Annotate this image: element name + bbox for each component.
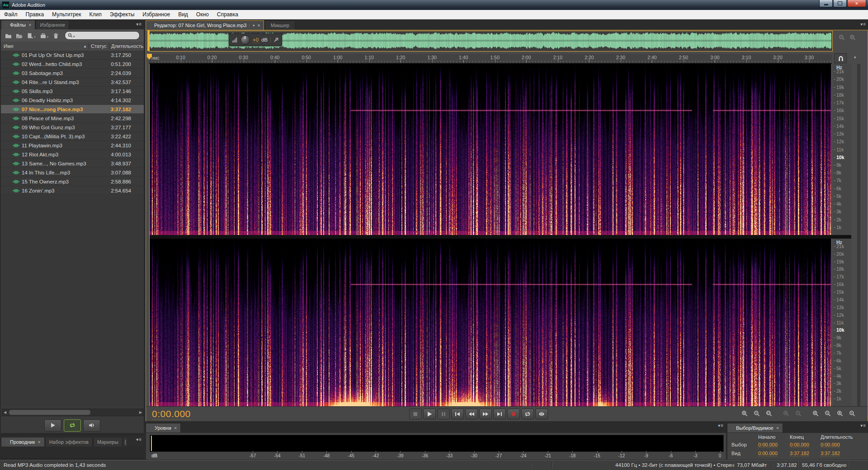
goto-start-button[interactable] — [451, 409, 464, 419]
panel-menu-icon[interactable]: ▾≡ — [860, 22, 866, 27]
panel-menu-icon[interactable]: ▾≡ — [860, 423, 866, 428]
tab-editor[interactable]: ⋮ Редактор: 07 Nice Girl, Wrong Place.mp… — [146, 20, 264, 30]
files-horizontal-scrollbar[interactable]: ◀ ▶ — [2, 409, 144, 416]
overview-zoom-out-icon[interactable] — [839, 34, 845, 41]
insert-multitrack-icon[interactable]: ▾ — [27, 32, 36, 39]
scale-options-icon[interactable]: ▾ — [854, 55, 856, 60]
file-row[interactable]: 04 Rite...re U Stand.mp33:42.537 — [1, 78, 144, 87]
file-row[interactable]: 05 Skills.mp33:17.146 — [1, 87, 144, 96]
timeline-ruler[interactable]: нмс 0:100:200:300:400:501:001:101:201:30… — [149, 54, 832, 64]
file-row[interactable]: 09 Who Got Gunz.mp33:27.177 — [1, 123, 144, 132]
file-row[interactable]: 10 Capt...(Militia Pt. 3).mp33:22.422 — [1, 132, 144, 141]
selection-end-value[interactable]: 0:00.000 — [790, 442, 809, 448]
tab-набор-эффектов[interactable]: Набор эффектов — [45, 437, 93, 446]
view-duration-value[interactable]: 3:37.182 — [821, 451, 840, 456]
open-folder-icon[interactable] — [16, 33, 23, 39]
spectrogram-right-channel[interactable] — [149, 239, 831, 406]
file-row[interactable]: 11 Playtawin.mp32:44.310 — [1, 141, 144, 150]
zoom-out-button[interactable] — [751, 409, 762, 418]
scrollbar-thumb[interactable] — [9, 410, 90, 415]
skip-selection-button[interactable] — [535, 409, 548, 419]
search-dropdown-icon[interactable]: ▾ — [73, 35, 75, 38]
overview-zoom-in-icon[interactable] — [849, 34, 856, 41]
restore-button[interactable] — [833, 0, 847, 7]
selection-duration-value[interactable]: 0:00.000 — [821, 442, 840, 448]
tab-маркеры[interactable]: Маркеры — [93, 437, 123, 446]
scroll-right-icon[interactable]: ▶ — [138, 410, 143, 414]
preview-autoplay-button[interactable] — [83, 419, 100, 432]
preview-play-button[interactable] — [44, 419, 61, 432]
record-button[interactable] — [507, 409, 520, 419]
spectrogram-left-channel[interactable] — [149, 64, 831, 235]
vertical-scrollbar[interactable] — [857, 64, 860, 406]
play-button[interactable] — [423, 409, 436, 419]
minimize-button[interactable] — [819, 0, 833, 7]
zoom-to-selection-button[interactable] — [764, 409, 774, 418]
close-icon[interactable]: × — [776, 425, 779, 431]
view-end-value[interactable]: 3:37.182 — [790, 451, 809, 456]
column-status[interactable]: Статус — [89, 43, 109, 49]
file-row[interactable]: 06 Deadly Habitz.mp34:14.302 — [1, 96, 144, 105]
view-start-value[interactable]: 0:00.000 — [758, 451, 778, 456]
tab-selection-view[interactable]: ⋮ Выбор/Видимое × — [727, 423, 783, 432]
file-row[interactable]: 16 Zonin'.mp32:54.654 — [1, 186, 144, 195]
tab-mixer[interactable]: Микшер — [265, 20, 295, 30]
close-icon[interactable]: × — [257, 23, 260, 28]
panel-menu-icon[interactable]: ▾≡ — [718, 423, 723, 428]
editor-dropdown-icon[interactable]: ▾ — [249, 24, 255, 28]
menu-5[interactable]: Избранное — [138, 10, 174, 19]
file-row[interactable]: 02 Werd...hetto Child.mp30:51.200 — [1, 60, 144, 69]
export-icon[interactable]: ▾ — [40, 32, 49, 39]
panel-menu-icon[interactable]: ▾≡ — [136, 437, 142, 442]
column-name[interactable]: Имя — [4, 43, 13, 49]
dropdown-icon[interactable]: ▾ — [47, 35, 49, 39]
tab-favorites[interactable]: Избранное — [36, 20, 69, 29]
snap-toggle-button[interactable] — [834, 53, 847, 63]
column-duration[interactable]: Длительность — [109, 43, 144, 49]
zoom-in-horizontal-button[interactable] — [810, 409, 821, 418]
close-icon[interactable]: × — [174, 425, 177, 431]
tab-clipped[interactable]: ( — [123, 437, 128, 446]
tab-levels[interactable]: ⋮ Уровни × — [146, 423, 181, 432]
menu-6[interactable]: Вид — [174, 10, 192, 19]
close-button[interactable]: ✕ — [847, 0, 866, 7]
selection-start-value[interactable]: 0:00.000 — [758, 442, 778, 448]
loop-playback-button[interactable] — [521, 409, 534, 419]
file-list-header[interactable]: Имя ▲ Статус Длительность — [1, 42, 144, 51]
file-row[interactable]: 14 In This Life....mp33:07.088 — [1, 168, 144, 177]
file-row[interactable]: 12 Riot Akt.mp34:00.013 — [1, 150, 144, 159]
playhead-marker[interactable] — [147, 54, 152, 59]
search-box[interactable]: ▾ — [65, 31, 140, 40]
dropdown-icon[interactable]: ▾ — [34, 35, 36, 39]
scroll-left-icon[interactable]: ◀ — [2, 410, 8, 414]
rewind-button[interactable] — [465, 409, 478, 419]
open-file-icon[interactable] — [5, 33, 12, 39]
menu-3[interactable]: Клип — [85, 10, 106, 19]
zoom-in-button[interactable] — [739, 409, 750, 418]
file-row[interactable]: 07 Nice...rong Place.mp33:37.182 — [1, 105, 144, 114]
menu-8[interactable]: Справка — [213, 10, 242, 19]
frequency-scale-left[interactable]: Hz21k20k19k18k17k16k15k14k13k12k11k10k9k… — [833, 64, 851, 235]
file-row[interactable]: 03 Sabotage.mp32:24.039 — [1, 69, 144, 78]
fast-forward-button[interactable] — [479, 409, 492, 419]
tab-проводник[interactable]: ⋮Проводник× — [1, 437, 45, 446]
gain-value[interactable]: +0 — [253, 37, 259, 43]
zoom-out-vertical-button[interactable] — [847, 409, 858, 418]
zoom-out-horizontal-button[interactable] — [822, 409, 833, 418]
menu-1[interactable]: Правка — [22, 10, 48, 19]
file-row[interactable]: 15 The Ownerz.mp32:58.886 — [1, 177, 144, 186]
file-row[interactable]: 01 Put Up Or Shut Up.mp33:17.250 — [1, 51, 144, 60]
menu-0[interactable]: Файл — [0, 10, 22, 19]
pin-icon[interactable] — [270, 37, 279, 42]
panel-menu-icon[interactable]: ▾≡ — [136, 22, 142, 27]
overview-selection-handle[interactable] — [147, 30, 150, 51]
tab-files[interactable]: ⋮ Файлы × — [1, 20, 35, 29]
menu-2[interactable]: Мультитрек — [48, 10, 85, 19]
close-icon[interactable]: × — [28, 22, 31, 28]
file-row[interactable]: 13 Same..., No Games.mp33:48.937 — [1, 159, 144, 168]
file-row[interactable]: 08 Peace of Mine.mp32:42.298 — [1, 114, 144, 123]
search-input[interactable] — [76, 33, 127, 39]
close-icon[interactable]: × — [38, 439, 40, 445]
trash-icon[interactable] — [52, 33, 59, 39]
preview-loop-button[interactable] — [64, 419, 81, 432]
